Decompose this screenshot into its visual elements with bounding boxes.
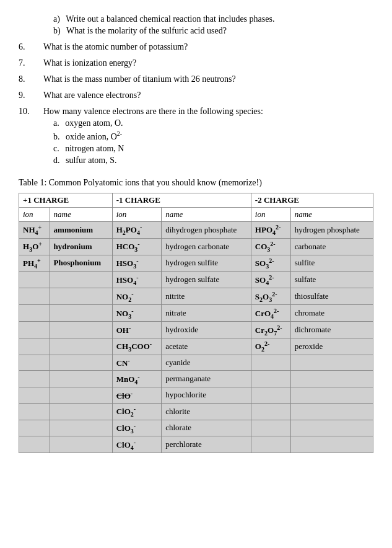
empty-8b: [50, 387, 112, 403]
sub-text-b: What is the molarity of the sulfuric aci…: [66, 26, 227, 35]
empty-11b: [50, 436, 112, 453]
sub-item-10d: d. sulfur atom, S.: [53, 156, 373, 166]
ion-clo2: ClO2-: [112, 403, 162, 420]
question-num-8: 8.: [19, 74, 43, 84]
question-text-10: How many valence electrons are there in …: [43, 107, 373, 166]
table-row: PH4+ Phosphonium HSO3- hydrogen sulfite …: [19, 255, 373, 272]
table-row: NH4+ ammonium H2PO4- dihydrogen phosphat…: [19, 221, 373, 238]
empty-8d: [290, 387, 373, 403]
name-thiosulfate: thiosulfate: [290, 288, 373, 305]
name-permanganate: permanganate: [162, 371, 251, 387]
ion-so3: SO32-: [251, 255, 290, 272]
table-row: ClO2- chlorite: [19, 403, 373, 420]
name-chlorate: chlorate: [162, 420, 251, 436]
empty-10c: [251, 420, 290, 436]
empty-9d: [290, 403, 373, 420]
empty-6b: [50, 355, 112, 371]
questions-section: a) Write out a balanced chemical reactio…: [19, 12, 373, 166]
sub-item-10b: b. oxide anion, O2-: [53, 130, 373, 142]
sub-text-10a: oxygen atom, O.: [65, 118, 123, 128]
empty-7d: [290, 371, 373, 387]
table-row: ClO3- chlorate: [19, 420, 373, 436]
sub-item-b: b) What is the molarity of the sulfuric …: [53, 26, 373, 36]
ion-no2: NO2-: [112, 288, 162, 305]
table-row: ClO4- perchlorate: [19, 436, 373, 453]
empty-3b: [50, 305, 112, 322]
empty-10b: [50, 420, 112, 436]
ion-hpo4: HPO42-: [251, 221, 290, 238]
empty-11d: [290, 436, 373, 453]
col-ion-2: ion: [112, 207, 162, 221]
question-text-9: What are valence electrons?: [43, 91, 373, 100]
name-nitrite: nitrite: [162, 288, 251, 305]
col-name-2: name: [162, 207, 251, 221]
ion-hso3: HSO3-: [112, 255, 162, 272]
question-7: 7. What is ionization energy?: [19, 58, 373, 68]
question-text-6: What is the atomic number of potassium?: [43, 42, 373, 52]
question-ab: a) Write out a balanced chemical reactio…: [19, 12, 373, 36]
name-carbonate: carbonate: [290, 238, 373, 255]
empty-3a: [19, 305, 50, 322]
ion-clo4: ClO4-: [112, 436, 162, 453]
ion-hco3: HCO3-: [112, 238, 162, 255]
header-minus1: -1 CHARGE: [112, 193, 251, 207]
name-hydrogen-phosphate: hydrogen phosphate: [290, 221, 373, 238]
empty-7a: [19, 371, 50, 387]
empty-2b: [50, 288, 112, 305]
ion-mno4: MnO4-: [112, 371, 162, 387]
name-cyanide: cyanide: [162, 355, 251, 371]
name-chlorite: chlorite: [162, 403, 251, 420]
question-num-10: 10.: [19, 107, 43, 117]
question-10: 10. How many valence electrons are there…: [19, 107, 373, 166]
table-row: HSO4- hydrogen sulfate SO42- sulfate: [19, 272, 373, 288]
empty-10d: [290, 420, 373, 436]
empty-11a: [19, 436, 50, 453]
header-plus1: +1 CHARGE: [19, 193, 113, 207]
ion-co3: CO32-: [251, 238, 290, 255]
sub-text-10d: sulfur atom, S.: [66, 156, 116, 165]
ion-no3: NO3-: [112, 305, 162, 322]
name-peroxide: peroxide: [290, 338, 373, 355]
ion-so4: SO42-: [251, 272, 290, 288]
name-perchlorate: perchlorate: [162, 436, 251, 453]
empty-2a: [19, 288, 50, 305]
name-ammonium: ammonium: [50, 221, 112, 238]
question-text-ab: a) Write out a balanced chemical reactio…: [43, 12, 373, 36]
sub-text-10b: oxide anion, O2-: [66, 132, 122, 141]
col-ion-3: ion: [251, 207, 290, 221]
empty-9a: [19, 403, 50, 420]
ion-cr2o7: Cr2O72-: [251, 322, 290, 338]
ion-clo3: ClO3-: [112, 420, 162, 436]
ion-h2po4: H2PO4-: [112, 221, 162, 238]
empty-11c: [251, 436, 290, 453]
polyatomic-table: +1 CHARGE -1 CHARGE -2 CHARGE ion name i…: [19, 193, 373, 454]
name-sulfite: sulfite: [290, 255, 373, 272]
question-num-9: 9.: [19, 91, 43, 100]
sub-label-10b: b.: [53, 132, 60, 141]
empty-7c: [251, 371, 290, 387]
sub-text-10c: nitrogen atom, N: [65, 144, 124, 153]
question-6: 6. What is the atomic number of potassiu…: [19, 42, 373, 52]
name-phosphonium: Phosphonium: [50, 255, 112, 272]
table-caption: Table 1: Common Polyatomic ions that you…: [19, 178, 373, 188]
empty-1a: [19, 272, 50, 288]
col-ion-1: ion: [19, 207, 50, 221]
table-section: Table 1: Common Polyatomic ions that you…: [19, 178, 373, 454]
ion-nh4: NH4+: [19, 221, 50, 238]
name-hypochlorite: hypochlorite: [162, 387, 251, 403]
question-8: 8. What is the mass number of titanium w…: [19, 74, 373, 84]
empty-5b: [50, 338, 112, 355]
name-hydroxide: hydroxide: [162, 322, 251, 338]
empty-1b: [50, 272, 112, 288]
sub-item-10c: c. nitrogen atom, N: [53, 144, 373, 154]
name-hydrogen-carbonate: hydrogen carbonate: [162, 238, 251, 255]
table-row: CH3COO- acetate O22- peroxide: [19, 338, 373, 355]
sub-label-10c: c.: [53, 144, 59, 153]
table-row: ClO- hypochlorite: [19, 387, 373, 403]
sub-item-a: a) Write out a balanced chemical reactio…: [53, 14, 373, 24]
ion-cn: CN-: [112, 355, 162, 371]
name-chromate: chromate: [290, 305, 373, 322]
header-minus2: -2 CHARGE: [251, 193, 373, 207]
empty-7b: [50, 371, 112, 387]
ion-s2o3: S2O32-: [251, 288, 290, 305]
